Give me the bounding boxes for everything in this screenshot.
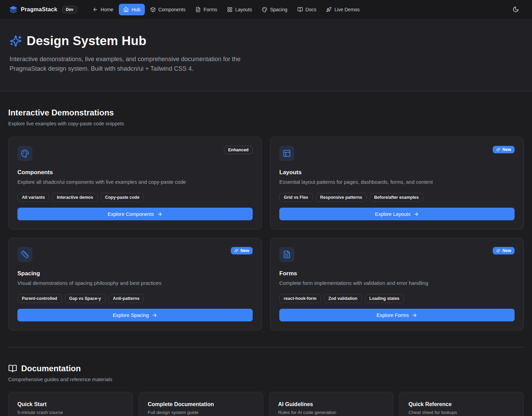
demos-section-heading: Interactive Demonstrations <box>8 108 524 117</box>
nav-item-label: Forms <box>204 7 217 12</box>
doc-card-title: Complete Documentation <box>148 401 254 407</box>
card-description: Essential layout patterns for pages, das… <box>279 179 515 185</box>
docs-section-subheading: Comprehensive guides and reference mater… <box>8 377 524 382</box>
rocket-icon <box>326 7 332 12</box>
demo-card-spacing: New Spacing Visual demonstrations of spa… <box>8 238 262 331</box>
feature-tag: react-hook-form <box>279 294 321 303</box>
file-text-icon <box>283 250 291 259</box>
card-title: Spacing <box>17 270 253 277</box>
doc-card-complete-documentation[interactable]: Complete Documentation Full design syste… <box>139 392 263 416</box>
status-badge: New <box>231 247 253 254</box>
nav-item-label: Layouts <box>235 7 252 12</box>
status-badge: New <box>493 247 515 254</box>
card-title: Forms <box>279 270 515 277</box>
explore-forms-button[interactable]: Explore Forms <box>279 309 515 321</box>
brand-name: PragmaStack <box>21 6 57 13</box>
card-icon-box <box>17 247 32 262</box>
nav-item-label: Home <box>101 7 113 12</box>
nav-item-live-demos[interactable]: Live Demos <box>322 4 364 15</box>
arrow-right-icon <box>152 313 157 318</box>
feature-tag: Zod validation <box>324 294 362 303</box>
tag-row: Parent-controlled Gap vs Space-y Anti-pa… <box>17 294 253 303</box>
feature-tag: Gap vs Space-y <box>65 294 106 303</box>
doc-card-description: Cheat sheet for lookups <box>408 410 515 415</box>
env-badge: Dev <box>62 6 77 13</box>
feature-tag: Copy-paste code <box>101 193 144 202</box>
box-icon <box>150 7 156 12</box>
status-badge: Enhanced <box>224 146 253 154</box>
feature-tag: Anti-patterns <box>109 294 144 303</box>
panels-top-left-icon <box>283 149 291 157</box>
explore-layouts-button[interactable]: Explore Layouts <box>279 208 515 220</box>
nav-item-components[interactable]: Components <box>146 4 190 15</box>
layers-icon <box>10 6 17 13</box>
nav-item-label: Spacing <box>270 7 288 12</box>
layout-grid-icon <box>227 7 233 12</box>
nav-item-label: Hub <box>131 7 140 12</box>
page-title: Design System Hub <box>27 34 146 48</box>
doc-card-description: 5-minute crash course <box>17 410 124 415</box>
card-icon-box <box>17 146 32 161</box>
book-open-icon <box>297 7 303 12</box>
card-description: Visual demonstrations of spacing philoso… <box>17 280 253 286</box>
demo-card-components: Enhanced Components Explore all shadcn/u… <box>8 137 262 230</box>
explore-components-button[interactable]: Explore Components <box>17 208 253 220</box>
card-icon-box <box>279 146 294 161</box>
nav-item-label: Live Demos <box>334 7 360 12</box>
nav-item-hub[interactable]: Hub <box>119 4 145 15</box>
brand[interactable]: PragmaStack Dev <box>10 6 77 13</box>
doc-card-quick-reference[interactable]: Quick Reference Cheat sheet for lookups <box>399 392 524 416</box>
feature-tag: Parent-controlled <box>17 294 62 303</box>
feature-tag: Grid vs Flex <box>279 193 313 202</box>
demo-card-forms: New Forms Complete form implementations … <box>270 238 524 331</box>
theme-toggle-button[interactable] <box>509 3 522 16</box>
doc-card-title: Quick Start <box>17 401 124 407</box>
moon-icon <box>513 6 519 13</box>
tag-row: Grid vs Flex Responsive patterns Before/… <box>279 193 515 202</box>
page-subtitle: Interactive demonstrations, live example… <box>10 54 264 73</box>
nav-item-forms[interactable]: Forms <box>191 4 222 15</box>
house-icon <box>123 7 129 12</box>
top-navbar: PragmaStack Dev Home Hub Components Form… <box>0 0 532 19</box>
arrow-right-icon <box>414 211 419 217</box>
nav-item-label: Components <box>158 7 185 12</box>
docs-section-heading: Documentation <box>8 364 524 373</box>
book-open-icon <box>8 364 17 373</box>
doc-card-quick-start[interactable]: Quick Start 5-minute crash course <box>8 392 133 416</box>
palette-icon <box>262 7 267 12</box>
doc-card-title: AI Guidelines <box>278 401 384 407</box>
ruler-icon <box>21 250 29 259</box>
doc-card-title: Quick Reference <box>408 401 515 407</box>
nav-item-docs[interactable]: Docs <box>293 4 321 15</box>
palette-icon <box>21 149 29 157</box>
hero-section: Design System Hub Interactive demonstrat… <box>0 19 532 92</box>
doc-card-description: Rules for AI code generation <box>278 410 384 415</box>
demo-card-grid: Enhanced Components Explore all shadcn/u… <box>8 137 524 331</box>
feature-tag: Interactive demos <box>52 193 97 202</box>
explore-spacing-button[interactable]: Explore Spacing <box>17 309 253 321</box>
nav-item-home[interactable]: Home <box>88 4 118 15</box>
card-description: Explore all shadcn/ui components with li… <box>17 179 253 185</box>
feature-tag: Loading states <box>365 294 404 303</box>
tag-row: react-hook-form Zod validation Loading s… <box>279 294 515 303</box>
nav-items: Home Hub Components Forms Layouts Spacin… <box>88 4 364 15</box>
feature-tag: Responsive patterns <box>316 193 367 202</box>
demos-section-subheading: Explore live examples with copy-paste co… <box>8 121 524 126</box>
arrow-right-icon <box>157 211 163 217</box>
nav-item-label: Docs <box>306 7 317 12</box>
doc-card-ai-guidelines[interactable]: AI Guidelines Rules for AI code generati… <box>269 392 394 416</box>
nav-item-layouts[interactable]: Layouts <box>223 4 256 15</box>
card-description: Complete form implementations with valid… <box>279 280 515 286</box>
file-text-icon <box>195 7 201 12</box>
status-badge: New <box>493 146 515 153</box>
card-icon-box <box>279 247 294 262</box>
card-title: Layouts <box>279 169 515 176</box>
feature-tag: All variants <box>17 193 49 202</box>
doc-card-grid: Quick Start 5-minute crash course Comple… <box>8 392 524 416</box>
main-content: Interactive Demonstrations Explore live … <box>0 92 532 416</box>
card-title: Components <box>17 169 253 176</box>
sparkles-icon <box>10 35 22 47</box>
tag-row: All variants Interactive demos Copy-past… <box>17 193 253 202</box>
demo-card-layouts: New Layouts Essential layout patterns fo… <box>270 137 524 230</box>
nav-item-spacing[interactable]: Spacing <box>257 4 292 15</box>
